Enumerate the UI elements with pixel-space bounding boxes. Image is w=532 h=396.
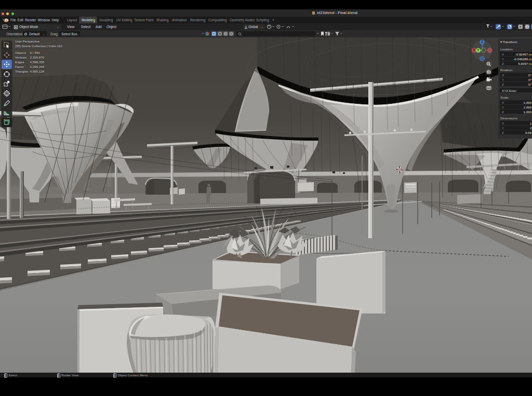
- svg-text:X: X: [473, 48, 475, 52]
- svg-text:Y: Y: [477, 48, 480, 52]
- svg-text:Z: Z: [481, 40, 483, 44]
